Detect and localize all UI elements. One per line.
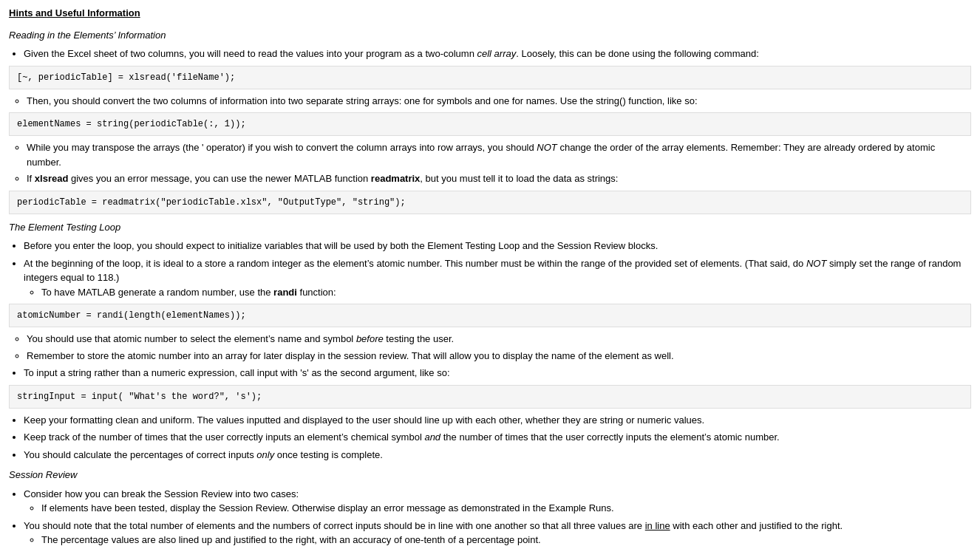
list-item: You should calculate the percentages of … (24, 448, 971, 463)
list-item: While you may transpose the arrays (the … (27, 140, 971, 169)
section-reading-list: Given the Excel sheet of two columns, yo… (24, 47, 971, 61)
list-item: Before you enter the loop, you should ex… (24, 239, 971, 253)
list-item: The percentage values are also lined up … (41, 533, 971, 546)
list-item: If elements have been tested, display th… (41, 501, 971, 516)
list-item: To have MATLAB generate a random number,… (41, 285, 971, 300)
list-item: If xlsread gives you an error message, y… (27, 171, 971, 186)
sub-list-session: If elements have been tested, display th… (41, 501, 971, 516)
list-item: At the beginning of the loop, it is idea… (24, 256, 971, 300)
list-item: Remember to store the atomic number into… (27, 349, 971, 364)
section-testing-loop-list: Before you enter the loop, you should ex… (24, 239, 971, 299)
list-item: Given the Excel sheet of two columns, yo… (24, 47, 971, 61)
code-block-xlsread: [~, periodicTable] = xlsread('fileName')… (9, 66, 971, 89)
list-item: You should use that atomic number to sel… (27, 332, 971, 347)
section-heading-reading: Reading in the Elements’ Information (9, 28, 971, 43)
sub-list-randi: To have MATLAB generate a random number,… (41, 285, 971, 300)
list-item: Keep track of the number of times that t… (24, 430, 971, 445)
section-heading-session-review: Session Review (9, 468, 971, 482)
sub-list-reading: Then, you should convert the two columns… (27, 94, 971, 109)
page-title: Hints and Useful Information (9, 6, 971, 21)
list-item: You should note that the total number of… (24, 519, 971, 547)
sub-list-reading-2: While you may transpose the arrays (the … (27, 140, 971, 186)
code-block-readmatrix: periodicTable = readmatrix("periodicTabl… (9, 191, 971, 214)
code-block-stringinput: stringInput = input( "What's the word?",… (9, 385, 971, 409)
section-formatting-list: Keep your formatting clean and uniform. … (24, 413, 971, 463)
sub-list-atomic: You should use that atomic number to sel… (27, 332, 971, 363)
section-input-list: To input a string rather than a numeric … (24, 366, 971, 381)
list-item: Then, you should convert the two columns… (27, 94, 971, 109)
sub-list-percentage: The percentage values are also lined up … (41, 533, 971, 546)
list-item: Consider how you can break the Session R… (24, 487, 971, 516)
section-session-review-list: Consider how you can break the Session R… (24, 487, 971, 547)
list-item: To input a string rather than a numeric … (24, 366, 971, 381)
section-heading-testing-loop: The Element Testing Loop (9, 220, 971, 235)
code-block-elementnames: elementNames = string(periodicTable(:, 1… (9, 112, 971, 136)
list-item: Keep your formatting clean and uniform. … (24, 413, 971, 428)
code-block-randi: atomicNumber = randi(length(elementNames… (9, 304, 971, 327)
